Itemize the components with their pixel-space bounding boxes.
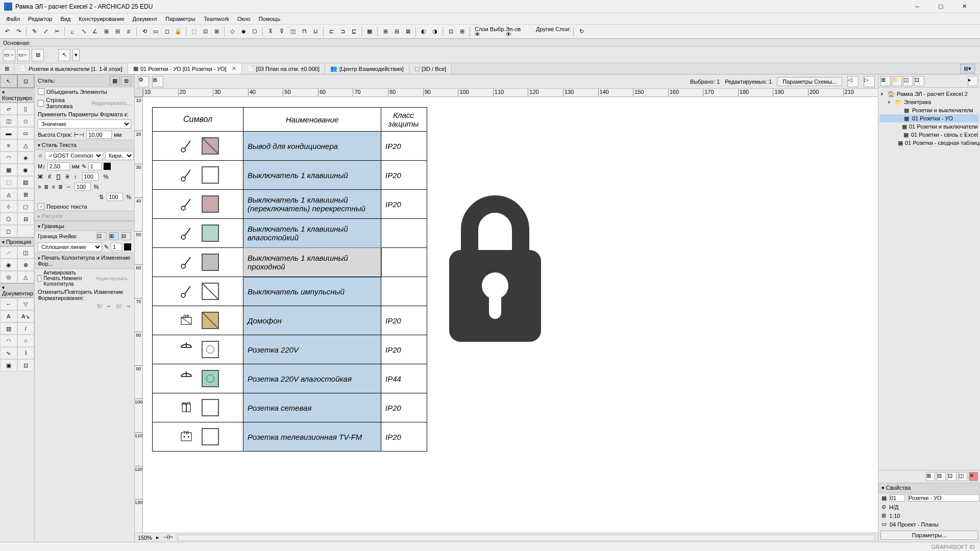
tool-icon[interactable]: ◊ — [0, 201, 17, 213]
menu-item[interactable]: Редактор — [24, 15, 56, 23]
zoom-button[interactable]: ⊣⊢ — [163, 534, 174, 541]
level-tool-icon[interactable]: ▽ — [17, 298, 35, 310]
tool-icon[interactable]: ⊡ — [200, 27, 210, 37]
row-name[interactable]: Выключатель 1 клавишный проходной — [243, 248, 381, 277]
menu-item[interactable]: Файл — [2, 15, 24, 23]
row-protection[interactable]: IP44 — [381, 364, 427, 393]
tool-icon[interactable]: ⊓ — [299, 27, 309, 37]
nav-project-button[interactable]: ⊞ — [880, 76, 891, 86]
tool-icon[interactable]: ◻ — [162, 27, 172, 37]
marquee-tool[interactable]: ⊡ — [17, 74, 35, 88]
favorite-icon[interactable]: ☆ — [38, 153, 43, 159]
action-button[interactable]: ◫ — [958, 472, 967, 481]
merge-checkbox[interactable] — [38, 88, 44, 95]
settings-icon[interactable]: ⚙ — [138, 76, 149, 87]
border-all-button[interactable]: ⊟ — [121, 232, 131, 240]
nav-next-button[interactable]: ▷ — [864, 76, 875, 87]
figure-tool-icon[interactable]: ⊡ — [17, 359, 35, 371]
text-tool-icon[interactable]: A — [0, 310, 17, 322]
eye-icon[interactable]: 👁 — [506, 32, 511, 37]
dim-input[interactable] — [75, 183, 91, 191]
tool-icon[interactable]: ⊞ — [211, 27, 222, 37]
tool-icon[interactable]: ◑ — [430, 27, 440, 37]
tool-icon[interactable]: ⊽ — [277, 27, 287, 37]
row-name[interactable]: Вывод для кондиционера — [243, 132, 381, 161]
section-document[interactable]: ▾ Документир — [0, 283, 34, 298]
strike-button[interactable]: З — [65, 173, 69, 180]
mode-button[interactable]: ⊞ — [32, 49, 44, 61]
morph-tool-icon[interactable]: ◉ — [17, 164, 35, 176]
window-tool-icon[interactable]: ◫ — [0, 115, 17, 127]
line-type-select[interactable]: Сплошная линия — [38, 242, 102, 252]
scrollbar-horizontal[interactable] — [178, 535, 875, 541]
menu-item[interactable]: Вид — [56, 15, 75, 23]
name-input[interactable] — [908, 494, 979, 502]
nav-layout-button[interactable]: ◫ — [903, 76, 913, 86]
nav-view-button[interactable]: 📁 — [892, 76, 902, 86]
tree-item[interactable]: ▦01 Розетки - связь с Excel — [879, 131, 979, 139]
shell-tool-icon[interactable]: ◠ — [0, 152, 17, 164]
tool-icon[interactable]: ∠ — [90, 27, 100, 37]
id-input[interactable] — [890, 494, 905, 502]
table-row[interactable]: Выключатель 1 клавишный влагостойкий — [153, 219, 427, 248]
view-icon[interactable]: ⊞ — [152, 76, 163, 87]
lock-icon[interactable]: 🔒 — [173, 27, 183, 37]
apply-format-select[interactable]: Значение — [38, 119, 131, 129]
fill-tool-icon[interactable]: ▨ — [0, 322, 17, 335]
tab-close-button[interactable]: ✕ — [232, 65, 236, 72]
tool-icon[interactable]: ⊞ — [457, 27, 467, 37]
tool-icon[interactable]: ◫ — [288, 27, 298, 37]
tool-icon[interactable]: ⟲ — [139, 27, 150, 37]
dim-input[interactable] — [107, 193, 123, 201]
tool-icon[interactable]: ▦ — [364, 27, 375, 37]
tab[interactable]: 📄[03 План на отм. ±0.000] — [242, 63, 325, 74]
tool-icon[interactable]: ◆ — [238, 27, 249, 37]
row-name[interactable]: Розетка 220V — [243, 335, 381, 364]
row-name[interactable]: Выключатель импульсный — [243, 277, 381, 306]
params-button[interactable]: Параметры... — [880, 531, 978, 540]
ie-tool-icon[interactable]: ◉ — [0, 259, 17, 271]
wall-tool-icon[interactable]: ▱ — [0, 103, 17, 115]
zoom-fit-button[interactable]: ▸ — [156, 534, 159, 541]
pen-input[interactable] — [88, 162, 102, 170]
tool-icon[interactable]: ⊡ — [446, 27, 456, 37]
align-justify-button[interactable]: ≣ — [58, 184, 63, 190]
tool-icon[interactable]: ⬡ — [250, 27, 260, 37]
section-construct[interactable]: ▾ Конструиро — [0, 88, 34, 103]
style-btn-2[interactable]: ⊞ — [121, 76, 131, 85]
delete-button[interactable]: ✕ — [969, 472, 978, 481]
navigator-tree[interactable]: ▾🏠Рамка ЭЛ - расчет Execel 2 ▾📁Электрика… — [878, 88, 980, 470]
tool-icon[interactable]: ⤡ — [79, 27, 89, 37]
table-row[interactable]: Розетка 220VIP20 — [153, 335, 427, 364]
row-height-input[interactable] — [86, 131, 112, 139]
row-protection[interactable] — [381, 248, 427, 277]
row-protection[interactable]: IP20 — [381, 422, 427, 452]
table-row[interactable]: Выключатель 1 клавишный проходной — [153, 248, 427, 277]
row-name[interactable]: Выключатель 1 клавишный влагостойкий — [243, 219, 381, 248]
tool-icon[interactable]: ⊠ — [403, 27, 413, 37]
tool-icon[interactable]: ⊟ — [17, 213, 35, 225]
tool-icon[interactable]: ⊏ — [326, 27, 336, 37]
tab[interactable]: ⬚[3D / Все] — [409, 63, 452, 74]
tool-icon[interactable]: # — [124, 27, 134, 37]
tool-icon[interactable]: ◇ — [227, 27, 237, 37]
font-size-input[interactable] — [47, 162, 70, 170]
row-protection[interactable]: IP20 — [381, 335, 427, 364]
arrow-tool[interactable]: ↖ — [0, 74, 17, 88]
table-row[interactable]: Выключатель 1 клавишныйIP20 — [153, 161, 427, 190]
tool-icon[interactable]: ✂ — [52, 27, 62, 37]
zone-tool-icon[interactable]: ▨ — [17, 176, 35, 188]
graphisoft-id[interactable]: GRAPHISOFT ID — [932, 544, 975, 550]
text-style-section[interactable]: ▾ Стиль Текста — [35, 140, 134, 150]
menu-item[interactable]: Teamwork — [200, 15, 233, 23]
polyline-tool-icon[interactable]: ∿ — [0, 347, 17, 359]
roof-tool-icon[interactable]: △ — [17, 139, 35, 152]
color-swatch[interactable] — [124, 243, 131, 251]
tool-icon[interactable]: ◻ — [0, 225, 17, 237]
row-protection[interactable]: IP20 — [381, 161, 427, 190]
action-button[interactable]: ⊡ — [947, 472, 957, 481]
beam-tool-icon[interactable]: ▬ — [0, 127, 17, 139]
mode-button[interactable]: ▭→ — [3, 49, 15, 61]
tool-icon[interactable]: ⊞ — [101, 27, 111, 37]
tool-icon[interactable]: ⤢ — [40, 27, 51, 37]
